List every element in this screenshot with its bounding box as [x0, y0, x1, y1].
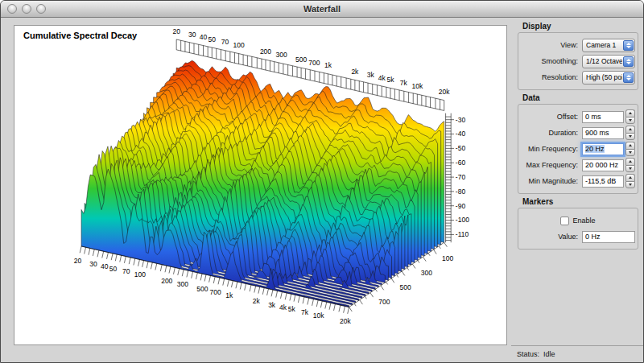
window-controls [7, 4, 46, 14]
display-section-title: Display [522, 22, 644, 31]
min-magnitude-field[interactable]: -115,5 dB [582, 175, 624, 188]
svg-text:10k: 10k [313, 311, 324, 320]
offset-stepper [625, 109, 635, 124]
duration-value: 900 ms [585, 129, 609, 137]
svg-text:700: 700 [210, 288, 221, 296]
popup-arrows-icon [623, 56, 634, 67]
marker-value-label: Value: [521, 233, 582, 241]
view-row: View: Camera 1 [521, 38, 635, 52]
duration-row: Duration: 900 ms [521, 126, 635, 140]
svg-text:3k: 3k [367, 71, 375, 79]
duration-field[interactable]: 900 ms [582, 127, 624, 139]
svg-text:-40: -40 [456, 130, 466, 138]
svg-text:1k: 1k [324, 61, 332, 69]
svg-text:-50: -50 [456, 144, 466, 152]
svg-text:20: 20 [172, 27, 180, 35]
offset-row: Offset: 0 ms [521, 109, 635, 124]
min-magnitude-value: -115,5 dB [585, 177, 616, 185]
window-title: Waterfall [303, 4, 341, 14]
smoothing-popup[interactable]: 1/12 Octave [582, 55, 635, 68]
waterfall-chart: 20304050701002003005007001k2k3k4k5k7k10k… [14, 26, 508, 328]
min-frequency-value: 20 Hz [585, 145, 605, 153]
svg-text:100: 100 [442, 254, 453, 262]
max-frequency-label: Max Frequency: [521, 161, 582, 169]
svg-text:70: 70 [122, 267, 130, 275]
stepper-up-button[interactable] [625, 142, 635, 149]
status-bar: Status: Idle [511, 345, 644, 362]
window-titlebar[interactable]: Waterfall [1, 1, 643, 18]
view-popup[interactable]: Camera 1 [582, 39, 635, 52]
svg-text:40: 40 [101, 262, 109, 270]
svg-text:30: 30 [188, 31, 196, 39]
marker-value-field[interactable]: 0 Hz [582, 231, 635, 243]
svg-text:300: 300 [275, 51, 287, 59]
svg-text:5k: 5k [387, 76, 395, 84]
svg-text:20k: 20k [340, 317, 351, 325]
min-magnitude-stepper [625, 174, 635, 188]
view-popup-value: Camera 1 [586, 41, 622, 49]
svg-text:30: 30 [89, 260, 97, 268]
stepper-down-button[interactable] [625, 165, 635, 173]
stepper-down-button[interactable] [625, 117, 635, 125]
popup-arrows-icon [623, 40, 634, 51]
enable-checkbox[interactable] [560, 217, 569, 225]
marker-value: 0 Hz [585, 233, 601, 241]
svg-text:700: 700 [308, 59, 320, 67]
duration-stepper [625, 126, 635, 140]
resolution-popup-value: High (50 points) [586, 73, 622, 81]
min-magnitude-row: Min Magnitude: -115,5 dB [521, 174, 635, 188]
min-frequency-stepper [625, 142, 635, 156]
svg-text:200: 200 [260, 47, 271, 56]
waterfall-plot-panel: Cumulative Spectral Decay 20304050701002… [14, 25, 507, 345]
zoom-button[interactable] [36, 4, 46, 14]
stepper-down-button[interactable] [625, 133, 635, 141]
svg-text:-100: -100 [456, 216, 469, 224]
enable-checkbox-label[interactable]: Enable [572, 217, 595, 225]
min-frequency-row: Min Frequency: 20 Hz [521, 142, 635, 156]
svg-text:7k: 7k [400, 79, 408, 87]
duration-label: Duration: [521, 129, 582, 137]
stepper-up-button[interactable] [625, 126, 635, 133]
svg-text:50: 50 [208, 35, 217, 43]
svg-text:700: 700 [378, 298, 390, 306]
app-window: Waterfall Cumulative Spectral Decay 2030… [0, 0, 644, 363]
smoothing-popup-value: 1/12 Octave [586, 57, 622, 65]
max-frequency-row: Max Frequency: 20 000 Hz [521, 158, 635, 172]
stepper-up-button[interactable] [625, 174, 635, 181]
svg-text:-70: -70 [456, 173, 466, 181]
svg-text:20: 20 [74, 257, 82, 265]
stepper-up-button[interactable] [625, 158, 635, 165]
display-groupbox: View: Camera 1 Smoothing: 1/12 Octave [518, 32, 638, 90]
svg-text:40: 40 [200, 33, 208, 41]
stepper-down-button[interactable] [625, 181, 635, 189]
svg-text:300: 300 [421, 269, 432, 277]
svg-text:-30: -30 [456, 116, 466, 124]
svg-text:200: 200 [161, 277, 172, 285]
minimize-button[interactable] [22, 4, 31, 14]
offset-field[interactable]: 0 ms [582, 111, 624, 123]
svg-text:-110: -110 [456, 230, 469, 238]
svg-text:5k: 5k [288, 305, 296, 313]
status-value: Idle [543, 350, 555, 358]
close-button[interactable] [7, 4, 17, 14]
max-frequency-field[interactable]: 20 000 Hz [582, 159, 624, 171]
enable-row: Enable [521, 213, 635, 228]
svg-text:20k: 20k [439, 88, 450, 96]
settings-panel: Display View: Camera 1 Smoothing: 1/12 O… [511, 19, 644, 347]
markers-groupbox: Enable Value: 0 Hz [518, 208, 638, 250]
svg-text:300: 300 [177, 280, 188, 288]
data-section-title: Data [522, 93, 644, 102]
svg-text:-90: -90 [456, 202, 466, 210]
min-frequency-field[interactable]: 20 Hz [582, 143, 624, 155]
svg-text:500: 500 [295, 56, 307, 64]
resolution-popup[interactable]: High (50 points) [582, 71, 635, 85]
svg-text:500: 500 [196, 285, 208, 293]
stepper-up-button[interactable] [625, 109, 635, 117]
svg-text:70: 70 [221, 38, 229, 46]
status-label: Status: [517, 350, 539, 358]
smoothing-label: Smoothing: [521, 57, 582, 65]
resolution-label: Resolution: [521, 73, 582, 81]
svg-text:2k: 2k [253, 297, 261, 305]
svg-text:10k: 10k [411, 82, 423, 90]
stepper-down-button[interactable] [625, 149, 635, 157]
